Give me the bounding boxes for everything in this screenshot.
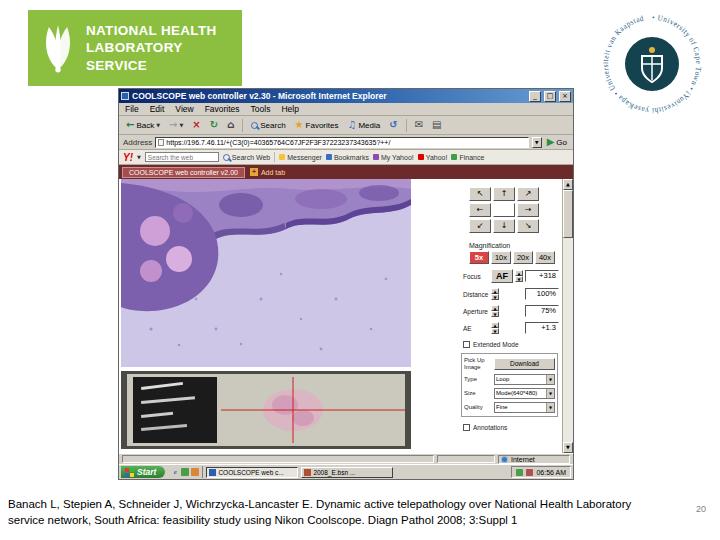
presentation-slide: NATIONAL HEALTH LABORATORY SERVICE • Uni…: [0, 0, 720, 540]
menu-help[interactable]: Help: [281, 104, 298, 114]
toolbar-separator: [242, 119, 243, 132]
yahoo-item-finance[interactable]: Finance: [451, 154, 484, 161]
distance-spinner[interactable]: ▲ ▼: [491, 288, 499, 300]
media-button[interactable]: ♫ Media: [344, 119, 383, 131]
stage-down-button[interactable]: ↓: [493, 219, 515, 233]
scroll-up-icon[interactable]: ▲: [563, 179, 573, 190]
menu-file[interactable]: File: [125, 104, 139, 114]
yahoo-item-bookmarks[interactable]: Bookmarks: [326, 154, 369, 161]
favorites-button[interactable]: ★ Favorites: [292, 119, 342, 131]
forward-button[interactable]: → ▼: [166, 119, 186, 131]
yahoo-item-messenger[interactable]: Messenger: [279, 154, 322, 161]
stop-button[interactable]: ×: [189, 119, 203, 131]
download-button[interactable]: Download: [494, 358, 555, 370]
scroll-down-icon[interactable]: ▼: [563, 442, 573, 453]
forward-dropdown-icon[interactable]: ▼: [179, 122, 183, 128]
minimize-button[interactable]: _: [529, 91, 541, 102]
mail-button[interactable]: ✉: [412, 119, 426, 131]
mag-20x-button[interactable]: 20x: [513, 251, 533, 264]
focus-value-field[interactable]: +318: [525, 270, 559, 282]
aperture-row: Aperture ▲ ▼ 75%: [463, 305, 559, 317]
size-row: Size Mode(640*480) ▼: [464, 388, 555, 399]
aperture-value-field[interactable]: 75%: [525, 305, 559, 317]
menu-tools[interactable]: Tools: [251, 104, 271, 114]
history-button[interactable]: ↺: [386, 119, 400, 131]
ie-quick-launch-icon[interactable]: e: [171, 468, 179, 476]
focus-spinner[interactable]: ▲ ▼: [515, 270, 523, 282]
go-button[interactable]: ▶ Go: [545, 137, 569, 147]
home-button[interactable]: ⌂: [224, 119, 237, 131]
af-button[interactable]: AF: [491, 269, 513, 283]
type-select[interactable]: Loop ▼: [494, 374, 555, 385]
spin-down-icon[interactable]: ▼: [491, 294, 499, 300]
spin-down-icon[interactable]: ▼: [515, 276, 523, 282]
yahoo-dropdown-icon[interactable]: ▼: [137, 154, 141, 160]
stage-up-right-button[interactable]: ↗: [517, 187, 539, 201]
slide-overview-image[interactable]: [121, 371, 411, 449]
size-select[interactable]: Mode(640*480) ▼: [494, 388, 555, 399]
add-tab-button[interactable]: + Add tab: [250, 168, 285, 176]
search-icon: [223, 154, 230, 161]
yahoo-search-button[interactable]: Search Web: [223, 154, 270, 161]
menu-favorites[interactable]: Favorites: [205, 104, 240, 114]
mag-40x-button[interactable]: 40x: [535, 251, 555, 264]
stage-up-button[interactable]: ↑: [493, 187, 515, 201]
refresh-button[interactable]: ↻: [207, 119, 221, 131]
annotations-checkbox[interactable]: [463, 424, 470, 431]
chevron-down-icon[interactable]: ▼: [546, 375, 554, 384]
ae-spinner[interactable]: ▲ ▼: [491, 322, 499, 334]
close-button[interactable]: ×: [559, 91, 571, 102]
stage-left-button[interactable]: ←: [469, 203, 491, 217]
address-input[interactable]: https://196.7.46.11/+(C3(0)=40365764C67J…: [155, 137, 528, 148]
pickup-image-label: Pick Up Image: [464, 357, 492, 371]
quality-select[interactable]: Fine ▼: [494, 402, 555, 413]
spin-down-icon[interactable]: ▼: [491, 311, 499, 317]
taskbar-window-file[interactable]: 2008_E.bsn ...: [301, 467, 393, 478]
back-button[interactable]: ← Back ▼: [123, 119, 163, 131]
stage-down-left-button[interactable]: ↙: [469, 219, 491, 233]
mag-10x-button[interactable]: 10x: [491, 251, 511, 264]
stage-arrow-pad: ↖ ↑ ↗ ← → ↙ ↓ ↘: [469, 187, 562, 233]
taskbar-window-coolscope[interactable]: COOLSCOPE web c...: [206, 467, 298, 478]
aperture-spinner[interactable]: ▲ ▼: [491, 305, 499, 317]
back-icon: ←: [126, 120, 134, 130]
back-dropdown-icon[interactable]: ▼: [156, 122, 160, 128]
tray-icon[interactable]: [526, 469, 533, 476]
extended-mode-checkbox[interactable]: [463, 341, 470, 348]
yahoo-item-my-yahoo[interactable]: My Yahoo!: [373, 154, 414, 161]
quick-launch-icon[interactable]: [191, 468, 199, 476]
favorites-label: Favorites: [306, 121, 339, 130]
tray-icon[interactable]: [516, 469, 523, 476]
chevron-down-icon[interactable]: ▼: [546, 389, 554, 398]
address-url: https://196.7.46.11/+(C3(0)=40365764C67J…: [166, 139, 390, 146]
search-button[interactable]: Search: [248, 120, 288, 131]
start-button[interactable]: Start: [121, 466, 165, 478]
distance-value-field[interactable]: 100%: [525, 288, 559, 300]
stage-up-left-button[interactable]: ↖: [469, 187, 491, 201]
yahoo-logo[interactable]: Y!: [123, 152, 133, 163]
window-titlebar[interactable]: COOLSCOPE web controller v2.30 - Microso…: [119, 89, 573, 103]
coolscope-tab[interactable]: COOLSCOPE web controller v2.00: [122, 167, 245, 178]
window-icon: [209, 469, 216, 476]
spin-down-icon[interactable]: ▼: [491, 328, 499, 334]
chevron-down-icon[interactable]: ▼: [546, 403, 554, 412]
ae-value-field[interactable]: +1.3: [525, 322, 559, 334]
yahoo-separator: [274, 152, 275, 162]
quick-launch-icon[interactable]: [181, 468, 189, 476]
scrollbar-thumb[interactable]: [563, 190, 573, 238]
menu-view[interactable]: View: [175, 104, 193, 114]
yahoo-item-yahoo[interactable]: Yahoo!: [418, 154, 448, 161]
address-dropdown-icon[interactable]: ▼: [532, 137, 542, 148]
stage-down-right-button[interactable]: ↘: [517, 219, 539, 233]
microscope-live-image[interactable]: [121, 179, 411, 367]
vertical-scrollbar[interactable]: ▲ ▼: [562, 179, 573, 453]
nhls-logo: NATIONAL HEALTH LABORATORY SERVICE: [28, 10, 242, 86]
menu-edit[interactable]: Edit: [150, 104, 165, 114]
nhls-flower-icon: [38, 21, 78, 75]
yahoo-search-input[interactable]: Search the web: [145, 152, 219, 162]
maximize-button[interactable]: □: [544, 91, 556, 102]
magnification-buttons: 5x 10x 20x 40x: [469, 251, 562, 264]
print-button[interactable]: ▤: [429, 119, 444, 131]
mag-5x-button[interactable]: 5x: [469, 251, 489, 264]
stage-right-button[interactable]: →: [517, 203, 539, 217]
